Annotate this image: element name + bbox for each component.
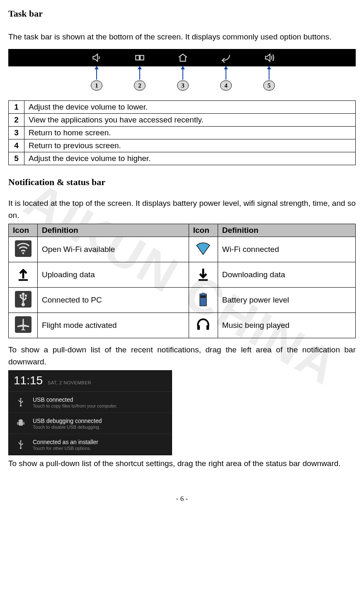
notif-title: USB debugging connected xyxy=(33,418,102,424)
col-icon: Icon xyxy=(9,224,38,237)
legend-num: 3 xyxy=(9,127,24,139)
legend-desc: Adjust the device volume to higher. xyxy=(24,152,356,165)
svg-rect-4 xyxy=(199,279,208,281)
table-row: 2View the applications you have accessed… xyxy=(9,114,356,127)
svg-rect-7 xyxy=(24,295,27,297)
notif-header: 11:15 SAT, 2 NOVEMBER xyxy=(9,371,172,392)
airplane-icon xyxy=(15,316,32,333)
taskbar-legend-table: 1Adjust the device volume to lower. 2Vie… xyxy=(8,100,356,165)
table-row: Flight mode activated Music being played xyxy=(9,313,356,338)
svg-point-22 xyxy=(20,447,22,449)
wifi-open-icon xyxy=(15,240,32,257)
icon-definition: Connected to PC xyxy=(38,288,189,313)
legend-num: 1 xyxy=(9,101,24,114)
notif-title: Connected as an installer xyxy=(33,439,98,445)
list-item: Connected as an installerTouch for other… xyxy=(9,434,172,455)
svg-rect-19 xyxy=(17,422,18,425)
legend-desc: Return to previous screen. xyxy=(24,139,356,152)
section-title-taskbar: Task bar xyxy=(8,8,356,19)
icon-definition: Downloading data xyxy=(218,262,355,288)
icon-definition: Wi-Fi connected xyxy=(218,237,355,262)
notif-date: SAT, 2 NOVEMBER xyxy=(48,380,91,385)
table-row: Connected to PC Battery power level xyxy=(9,288,356,313)
legend-desc: Return to home screen. xyxy=(24,127,356,139)
svg-rect-20 xyxy=(24,422,24,425)
table-row: 4Return to previous screen. xyxy=(9,139,356,152)
table-header-row: Icon Definition Icon Definition xyxy=(9,224,356,237)
list-item: USB connectedTouch to copy files to/from… xyxy=(9,392,172,413)
svg-rect-1 xyxy=(140,56,144,60)
android-icon xyxy=(15,417,27,430)
usb-icon xyxy=(15,438,27,451)
svg-rect-0 xyxy=(136,56,139,60)
callout-4: 4 xyxy=(220,81,232,90)
legend-num: 2 xyxy=(9,114,24,127)
list-item: USB debugging connectedTouch to disable … xyxy=(9,413,172,434)
page-number: - 6 - xyxy=(8,495,356,503)
svg-point-15 xyxy=(20,405,22,407)
notification-panel-screenshot: 11:15 SAT, 2 NOVEMBER USB connectedTouch… xyxy=(8,370,172,455)
home-icon xyxy=(177,52,188,63)
upload-icon xyxy=(15,266,32,282)
table-row: Uploading data Downloading data xyxy=(9,262,356,288)
notif-subtitle: Touch to copy files to/from your compute… xyxy=(33,403,117,408)
section-title-notification: Notification & status bar xyxy=(8,177,356,188)
svg-rect-12 xyxy=(197,325,200,330)
usb-icon xyxy=(15,396,27,408)
icon-definition: Uploading data xyxy=(38,262,189,288)
icon-definition: Flight mode activated xyxy=(38,313,189,338)
notif-time: 11:15 xyxy=(14,374,43,387)
taskbar-figure: 1 2 3 4 5 xyxy=(8,49,356,91)
notification-intro: It is located at the top of the screen. … xyxy=(8,198,356,221)
table-row: 1Adjust the device volume to lower. xyxy=(9,101,356,114)
col-definition: Definition xyxy=(218,224,355,237)
svg-rect-10 xyxy=(202,293,204,295)
callout-1: 1 xyxy=(91,81,102,90)
table-row: 5Adjust the device volume to higher. xyxy=(9,152,356,165)
battery-icon xyxy=(195,291,211,308)
svg-rect-13 xyxy=(206,325,209,330)
status-icons-table: Icon Definition Icon Definition Open Wi-… xyxy=(8,224,356,338)
callout-5: 5 xyxy=(263,81,275,90)
svg-point-8 xyxy=(22,303,25,306)
svg-rect-3 xyxy=(18,279,27,281)
notif-subtitle: Touch for other USB options. xyxy=(33,446,98,451)
col-icon: Icon xyxy=(189,224,218,237)
icon-definition: Battery power level xyxy=(218,288,355,313)
notif-title: USB connected xyxy=(33,396,117,403)
shortcut-pulldown-text: To show a pull-down list of the shortcut… xyxy=(8,458,356,470)
svg-rect-11 xyxy=(201,296,206,298)
table-row: Open Wi-Fi available Wi-Fi connected xyxy=(9,237,356,262)
volume-down-icon xyxy=(91,52,102,63)
col-definition: Definition xyxy=(38,224,189,237)
icon-definition: Music being played xyxy=(218,313,355,338)
callout-3: 3 xyxy=(177,81,189,90)
legend-num: 4 xyxy=(9,139,24,152)
wifi-connected-icon xyxy=(195,240,211,257)
legend-num: 5 xyxy=(9,152,24,165)
svg-rect-16 xyxy=(19,422,23,426)
notif-subtitle: Touch to disable USB debugging. xyxy=(33,425,102,430)
taskbar xyxy=(8,49,356,66)
back-icon xyxy=(221,52,231,63)
legend-desc: Adjust the device volume to lower. xyxy=(24,101,356,114)
volume-up-icon xyxy=(264,52,274,63)
table-row: 3Return to home screen. xyxy=(9,127,356,139)
download-icon xyxy=(195,266,211,282)
usb-icon xyxy=(15,291,32,308)
taskbar-intro: The task bar is shown at the bottom of t… xyxy=(8,29,356,45)
callout-2: 2 xyxy=(134,81,146,90)
notif-pulldown-text: To show a pull-down list of the recent n… xyxy=(8,344,356,368)
legend-desc: View the applications you have accessed … xyxy=(24,114,356,127)
taskbar-callouts: 1 2 3 4 5 xyxy=(8,66,356,91)
svg-point-6 xyxy=(19,294,22,296)
headphones-icon xyxy=(195,316,211,333)
recent-apps-icon xyxy=(134,52,145,63)
icon-definition: Open Wi-Fi available xyxy=(38,237,189,262)
svg-point-2 xyxy=(22,252,24,254)
